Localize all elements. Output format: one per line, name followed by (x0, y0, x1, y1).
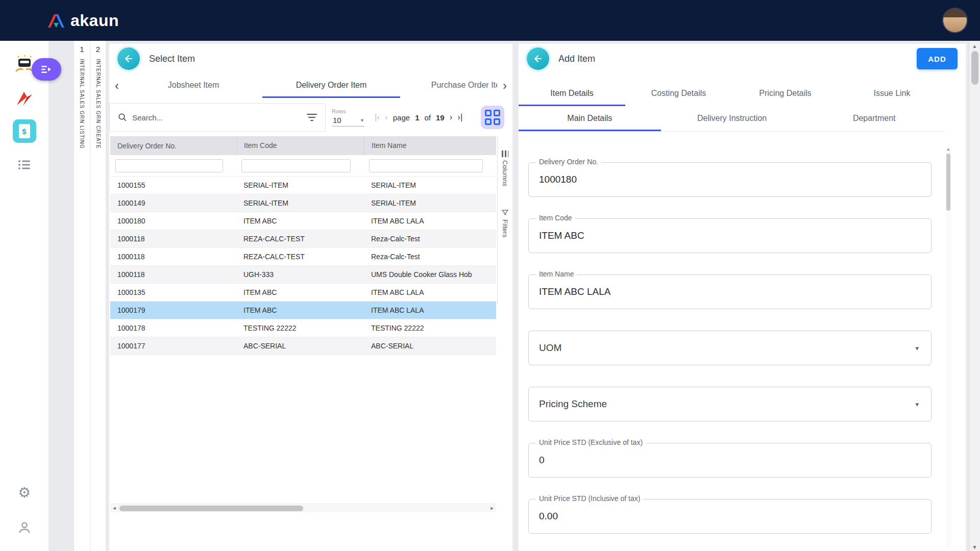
filter-input-item-name[interactable] (369, 159, 483, 172)
pagination: |‹ ‹ page 1 of 19 › ›| (375, 112, 462, 122)
horizontal-scroll-track[interactable] (118, 504, 488, 512)
vertical-tab-grn-create[interactable]: 2 INTERNAL SALES GRN CREATE (90, 41, 106, 551)
vertical-tab-label: INTERNAL SALES GRN CREATE (95, 59, 101, 149)
invoice-app-tile: $ (13, 119, 36, 143)
filter-input-item-code[interactable] (241, 159, 351, 172)
left-sidebar: $ ⚙ (0, 41, 48, 551)
table-row-selected[interactable]: 1000179 ITEM ABC ITEM ABC LALA (110, 302, 496, 319)
akaun-logo: akaun (47, 11, 119, 30)
form-scrollbar[interactable]: ▲ (945, 146, 951, 549)
next-page-button[interactable]: › (450, 112, 453, 122)
tab-item-details[interactable]: Item Details (519, 82, 625, 106)
table-row[interactable]: 1000149 SERIAL-ITEM SERIAL-ITEM (110, 194, 496, 212)
field-delivery-order-no[interactable]: Delivery Order No. 1000180 (528, 162, 932, 197)
first-page-button[interactable]: |‹ (375, 112, 380, 122)
tab-costing-details[interactable]: Costing Details (625, 82, 732, 106)
tab-pricing-details[interactable]: Pricing Details (732, 82, 839, 106)
field-unit-price-inclusive[interactable]: Unit Price STD (Inclusive of tax) 0.00 (528, 499, 932, 534)
tabs-scroll-right-icon[interactable]: › (497, 73, 512, 98)
scroll-left-icon[interactable]: ◄ (110, 506, 118, 511)
column-header-delivery-order-no[interactable]: Delivery Order No. (110, 142, 236, 150)
add-item-panel: Add Item ADD Item Details Costing Detail… (519, 44, 966, 551)
cell-item-code: REZA-CALC-TEST (236, 235, 364, 243)
scroll-up-icon[interactable]: ▲ (972, 41, 977, 50)
filter-list-icon[interactable] (307, 114, 317, 121)
window-scrollbar[interactable]: ▲ ▼ (969, 41, 980, 551)
cell-item-code: REZA-CALC-TEST (236, 253, 364, 261)
tab-purchase-order-item[interactable]: Purchase Order Item (400, 73, 512, 98)
cell-item-code: UGH-333 (236, 270, 364, 279)
field-unit-price-exclusive[interactable]: Unit Price STD (Exclusive of tax) 0 (528, 443, 932, 478)
topbar: akaun (0, 0, 980, 41)
total-pages: 19 (436, 113, 445, 122)
cell-delivery-order-no: 1000178 (110, 324, 236, 332)
table-row[interactable]: 1000178 TESTING 22222 TESTING 22222 (110, 319, 496, 337)
window-scroll-thumb[interactable] (971, 51, 978, 85)
table-row[interactable]: 1000118 UGH-333 UMS Double Cooker Glass … (110, 266, 496, 284)
rows-per-page-select[interactable]: Rows 10 ▾ (332, 108, 364, 127)
field-pricing-scheme-select[interactable]: Pricing Scheme ▾ (528, 387, 932, 421)
horizontal-scrollbar[interactable]: ◄ ► (110, 504, 496, 512)
vertical-tab-grn-listing[interactable]: 1 INTERNAL SALES GRN LISTING (74, 41, 90, 551)
tabs-scroll-left-icon[interactable]: ‹ (109, 73, 125, 98)
subtab-main-details[interactable]: Main Details (519, 106, 661, 131)
prev-page-button[interactable]: ‹ (385, 112, 388, 122)
field-item-code[interactable]: Item Code ITEM ABC (528, 218, 932, 253)
user-avatar[interactable] (943, 9, 967, 32)
current-page: 1 (415, 113, 419, 122)
back-button[interactable] (527, 47, 549, 70)
filter-input-delivery-order-no[interactable] (115, 159, 223, 172)
cell-delivery-order-no: 1000179 (110, 306, 236, 314)
cell-item-name: ITEM ABC LALA (364, 217, 496, 225)
columns-icon (502, 151, 508, 157)
search-input[interactable] (132, 113, 302, 122)
columns-tool[interactable]: Columns (501, 151, 509, 186)
table-filter-row (110, 155, 496, 177)
tab-jobsheet-item[interactable]: Jobsheet Item (125, 73, 262, 98)
column-header-item-name[interactable]: Item Name (364, 136, 496, 155)
table-row[interactable]: 1000118 REZA-CALC-TEST Reza-Calc-Test (110, 248, 496, 266)
scroll-right-icon[interactable]: ► (488, 506, 496, 511)
back-button[interactable] (117, 47, 140, 70)
select-placeholder: Pricing Scheme (539, 398, 607, 410)
profile-button[interactable] (0, 520, 48, 535)
menu-open-icon (41, 65, 52, 73)
field-value: ITEM ABC (539, 230, 584, 241)
tab-delivery-order-item[interactable]: Delivery Order Item (262, 73, 400, 98)
subtab-department[interactable]: Department (803, 106, 945, 131)
cell-item-name: Reza-Calc-Test (364, 253, 496, 261)
table-row[interactable]: 1000135 ITEM ABC ITEM ABC LALA (110, 284, 496, 302)
table-row[interactable]: 1000118 REZA-CALC-TEST Reza-Calc-Test (110, 230, 496, 248)
red-app-icon[interactable] (0, 90, 48, 107)
filters-tool[interactable]: Filters (501, 209, 509, 237)
settings-button[interactable]: ⚙ (0, 486, 48, 500)
table-row[interactable]: 1000180 ITEM ABC ITEM ABC LALA (110, 212, 496, 230)
cell-delivery-order-no: 1000180 (110, 217, 236, 225)
listing-menu-icon[interactable] (0, 159, 48, 170)
card-view-button[interactable] (481, 106, 504, 129)
field-label: Item Code (536, 214, 575, 222)
vertical-tab-label: INTERNAL SALES GRN LISTING (79, 59, 85, 149)
form-scroll-thumb[interactable] (946, 154, 950, 211)
scroll-down-icon[interactable]: ▼ (972, 542, 977, 551)
cell-delivery-order-no: 1000118 (110, 235, 236, 243)
table-row[interactable]: 1000155 SERIAL-ITEM SERIAL-ITEM (110, 177, 496, 194)
field-uom-select[interactable]: UOM ▾ (528, 331, 932, 365)
subtab-delivery-instruction[interactable]: Delivery Instruction (661, 106, 803, 131)
scroll-up-icon[interactable]: ▲ (946, 147, 950, 152)
sidebar-expand-button[interactable] (32, 58, 61, 81)
cell-delivery-order-no: 1000177 (110, 342, 236, 350)
column-header-item-code[interactable]: Item Code (236, 136, 364, 155)
field-value: 1000180 (539, 174, 577, 185)
list-icon (18, 159, 31, 170)
field-label: Unit Price STD (Inclusive of tax) (536, 494, 643, 503)
last-page-button[interactable]: ›| (457, 112, 462, 122)
tab-issue-link[interactable]: Issue Link (839, 82, 945, 106)
add-button[interactable]: ADD (917, 48, 958, 69)
billing-app-icon[interactable]: $ (0, 119, 48, 143)
horizontal-scroll-thumb[interactable] (119, 506, 303, 511)
field-item-name[interactable]: Item Name ITEM ABC LALA (528, 274, 932, 309)
table-row[interactable]: 1000177 ABC-SERIAL ABC-SERIAL (110, 337, 496, 355)
caret-down-icon: ▾ (915, 400, 919, 408)
rows-label: Rows (332, 108, 364, 114)
